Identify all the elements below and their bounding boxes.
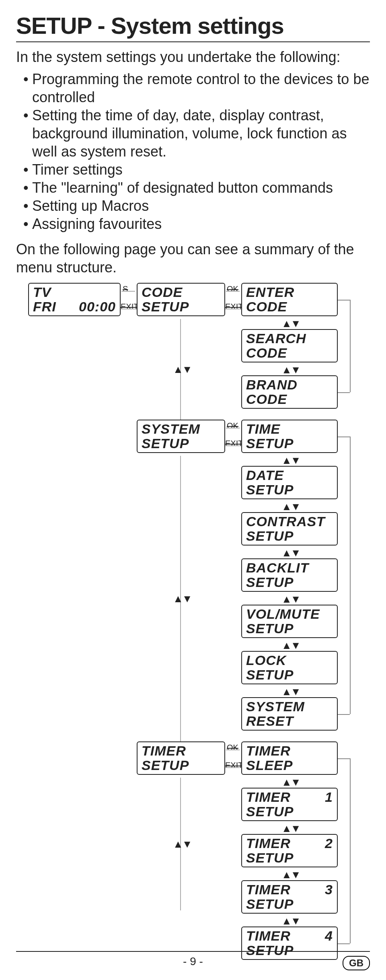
updown-icon: ▲▼	[281, 454, 298, 467]
return-line	[338, 758, 350, 759]
return-line	[350, 758, 351, 943]
updown-icon: ▲▼	[281, 593, 298, 605]
lcd-l2: SETUP	[246, 622, 294, 636]
lcd-l2: SETUP	[142, 436, 189, 451]
lcd-l2: SETUP	[246, 529, 294, 544]
lcd-timer-2: TIMER2 SETUP	[241, 834, 338, 867]
lcd-root: TV FRI 00:00	[28, 283, 121, 316]
lcd-system-reset: SYSTEM RESET	[241, 697, 338, 731]
lcd-timer-setup: TIMER SETUP	[137, 741, 225, 775]
lcd-l1: SEARCH	[246, 331, 306, 346]
arrow	[226, 749, 240, 750]
lcd-contrast-setup: CONTRAST SETUP	[241, 512, 338, 546]
lcd-l2: SLEEP	[246, 758, 293, 773]
return-line	[350, 436, 351, 714]
return-line	[338, 300, 350, 301]
list-item: Programming the remote control to the de…	[23, 70, 370, 106]
lcd-l2: SETUP	[246, 805, 294, 819]
updown-icon: ▲▼	[281, 686, 298, 698]
footer-rule	[16, 951, 370, 952]
arrow-label-ok: OK	[227, 284, 238, 294]
timer-number: 1	[313, 790, 333, 805]
lcd-l1: TIME	[246, 422, 280, 436]
language-badge: GB	[343, 956, 370, 970]
updown-icon: ▲▼	[281, 317, 298, 330]
lcd-l2: CODE	[246, 300, 287, 314]
lcd-lock-setup: LOCK SETUP	[241, 651, 338, 684]
list-item: Assigning favourites	[23, 215, 370, 233]
lcd-backlit-setup: BACKLIT SETUP	[241, 558, 338, 592]
updown-icon: ▲▼	[173, 838, 189, 850]
lcd-l2: SETUP	[246, 897, 294, 912]
updown-icon: ▲▼	[281, 500, 298, 513]
arrow-label-s: S	[123, 284, 128, 294]
page-number: - 9 -	[183, 955, 203, 968]
lcd-timer-3: TIMER3 SETUP	[241, 880, 338, 914]
timer-number: 3	[313, 883, 333, 897]
lcd-l1: TIMER	[246, 744, 291, 758]
arrow	[121, 309, 135, 309]
return-line	[338, 714, 350, 715]
arrow-label-exit: EXIT	[225, 439, 243, 448]
intro-text: In the system settings you undertake the…	[16, 48, 370, 66]
lcd-l1: CODE	[142, 285, 183, 300]
lcd-l1: TIMER	[246, 929, 291, 943]
lcd-l1: TIMER	[142, 744, 186, 758]
lcd-l2: SETUP	[246, 668, 294, 682]
updown-icon: ▲▼	[173, 593, 189, 605]
page-title: SETUP - System settings	[16, 12, 370, 39]
arrow	[225, 309, 240, 309]
lcd-l1: SYSTEM	[142, 422, 200, 436]
lcd-l2: CODE	[246, 392, 287, 407]
lcd-l1: TIMER	[246, 790, 291, 805]
list-item: Setting up Macros	[23, 197, 370, 215]
lcd-l2: SETUP	[246, 483, 294, 497]
updown-icon: ▲▼	[281, 869, 298, 881]
return-line	[338, 436, 350, 437]
list-item: The "learning" of designated button comm…	[23, 179, 370, 197]
lcd-l1: TIMER	[246, 883, 291, 897]
updown-icon: ▲▼	[281, 547, 298, 559]
lcd-time-setup: TIME SETUP	[241, 420, 338, 453]
lcd-timer-1: TIMER1 SETUP	[241, 788, 338, 821]
lcd-l2: SETUP	[246, 851, 294, 865]
lcd-l2: SETUP	[246, 943, 294, 958]
lcd-l1: CONTRAST	[246, 515, 325, 529]
lcd-timer-sleep: TIMER SLEEP	[241, 741, 338, 775]
lcd-l1: BRAND	[246, 378, 298, 392]
return-line	[338, 392, 350, 393]
lcd-l1: SYSTEM	[246, 700, 305, 714]
return-line	[350, 300, 351, 392]
arrow-label-exit: EXIT	[225, 302, 243, 311]
arrow	[225, 445, 240, 446]
arrow-label-exit: EXIT	[121, 302, 138, 311]
bullet-list: Programming the remote control to the de…	[16, 70, 370, 233]
lcd-code-setup: CODE SETUP	[137, 283, 225, 316]
lcd-enter-code: ENTER CODE	[241, 283, 338, 316]
return-line	[338, 943, 350, 944]
root-l1: TV	[33, 285, 51, 300]
root-time: 00:00	[79, 300, 116, 314]
list-item: Timer settings	[23, 161, 370, 179]
updown-icon: ▲▼	[281, 776, 298, 789]
arrow-label-ok: OK	[227, 743, 238, 752]
lcd-system-setup: SYSTEM SETUP	[137, 420, 225, 453]
lcd-l2: CODE	[246, 346, 287, 360]
arrow	[225, 767, 240, 768]
updown-icon: ▲▼	[173, 363, 189, 376]
lcd-volmute-setup: VOL/MUTE SETUP	[241, 605, 338, 638]
updown-icon: ▲▼	[281, 364, 298, 376]
updown-icon: ▲▼	[281, 915, 298, 927]
arrow	[226, 428, 240, 428]
arrow-label-ok: OK	[227, 421, 238, 430]
lcd-date-setup: DATE SETUP	[241, 466, 338, 499]
list-item: Setting the time of day, date, display c…	[23, 106, 370, 161]
lcd-timer-4: TIMER4 SETUP	[241, 926, 338, 960]
arrow	[226, 291, 240, 292]
lcd-l2: SETUP	[142, 758, 189, 773]
lcd-l1: DATE	[246, 468, 284, 483]
lcd-l2: SETUP	[246, 436, 294, 451]
lcd-l1: TIMER	[246, 836, 291, 851]
arrow	[121, 291, 135, 292]
root-day: FRI	[33, 300, 56, 314]
